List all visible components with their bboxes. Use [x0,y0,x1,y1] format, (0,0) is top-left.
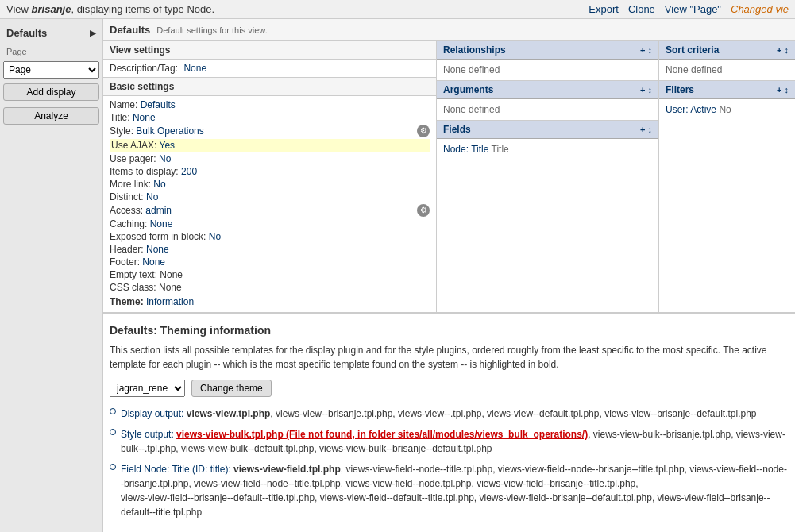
template-bullet-style [110,429,116,435]
access-row: Access: admin ⚙ [110,204,430,217]
pager-row: Use pager: No [110,153,430,164]
main-layout: Defaults ▶ Page Page Add display Analyze… [0,19,795,532]
fields-panel: Fields + ↕ Node: Title Title [437,120,658,160]
css-class-row: CSS class: None [110,282,430,293]
more-link-link[interactable]: No [153,179,165,190]
arguments-header: Arguments + ↕ [437,81,658,99]
title-link[interactable]: None [133,112,156,123]
exposed-form-link[interactable]: No [209,231,221,242]
filters-panel: Filters + ↕ User: Active No [659,80,795,120]
theme-link[interactable]: Information [146,296,194,307]
change-theme-button[interactable]: Change theme [191,380,272,397]
fields-body: Node: Title Title [437,139,658,160]
relationships-actions[interactable]: + ↕ [640,45,652,55]
breadcrumb-label: Defaults [110,24,150,36]
top-bar: View brisanje, displaying items of type … [0,0,795,19]
distinct-row: Distinct: No [110,191,430,202]
template-item-style: Style output: views-view-bulk.tpl.php (F… [110,427,789,456]
footer-link[interactable]: None [142,256,165,268]
description-tag-value[interactable]: None [183,63,206,74]
theming-section: Defaults: Theming information This secti… [103,313,795,532]
ajax-link[interactable]: Yes [159,140,175,151]
theming-title: Defaults: Theming information [110,324,789,337]
header-link[interactable]: None [146,244,169,255]
exposed-form-row: Exposed form in block: No [110,231,430,242]
breadcrumb: Defaults Default settings for this view. [103,19,795,41]
arguments-actions[interactable]: + ↕ [640,85,652,94]
empty-text-value: None [160,269,183,280]
style-label: Style: Bulk Operations [110,125,204,137]
style-output-files: views-view-bulk.tpl.php (File not found,… [121,429,785,454]
field-output-link[interactable]: Field Node: Title (ID: title): [121,464,231,475]
pager-link[interactable]: No [159,153,171,164]
title-row: Title: None [110,112,430,123]
sidebar-arrow-icon: ▶ [90,29,96,37]
caching-row: Caching: None [110,218,430,229]
theme-select[interactable]: jagran_rene [110,380,185,397]
items-link[interactable]: 200 [181,166,197,177]
theme-row: Theme: Information [110,296,430,307]
header-row: Header: None [110,244,430,255]
ajax-row: Use AJAX: Yes [110,139,430,152]
arguments-body: None defined [437,99,658,120]
more-link-row: More link: No [110,179,430,190]
footer-row: Footer: None [110,256,430,268]
template-list: Display output: views-view.tpl.php, view… [110,407,789,519]
filters-user-link[interactable]: User: Active [666,104,716,115]
sidebar-page-select[interactable]: Page [3,61,99,79]
middle-col: Relationships + ↕ None defined Arguments… [437,41,659,312]
distinct-link[interactable]: No [146,191,158,202]
settings-panels: View settings Description/Tag: None Basi… [103,41,795,313]
empty-text-row: Empty text: None [110,269,430,280]
description-tag-label: Description/Tag: [110,63,178,74]
name-link[interactable]: Defaults [141,99,176,110]
display-output-link[interactable]: Display output: [121,408,183,419]
template-item-display: Display output: views-view.tpl.php, view… [110,407,789,421]
sort-criteria-title: Sort criteria [666,44,719,56]
changed-status: Changed vie [731,3,789,15]
sidebar: Defaults ▶ Page Page Add display Analyze [0,19,103,532]
filters-header: Filters + ↕ [659,81,795,99]
css-class-value: None [159,282,182,293]
style-link[interactable]: Bulk Operations [136,125,203,137]
items-row: Items to display: 200 [110,166,430,177]
view-page-link[interactable]: View "Page" [665,3,721,15]
relationships-header: Relationships + ↕ [437,41,658,60]
fields-header: Fields + ↕ [437,121,658,139]
arguments-title: Arguments [443,84,493,95]
filters-actions[interactable]: + ↕ [777,85,789,94]
fields-node-link[interactable]: Node: Title [443,144,488,155]
filters-value: No [719,104,731,115]
caching-link[interactable]: None [150,218,173,229]
relationships-body: None defined [437,60,658,80]
export-link[interactable]: Export [589,3,619,15]
sort-criteria-actions[interactable]: + ↕ [777,45,789,55]
theme-label: Theme: [110,296,144,307]
style-gear-icon[interactable]: ⚙ [417,125,430,137]
access-link[interactable]: admin [145,205,172,216]
template-bullet-field [110,464,116,470]
left-settings-col: View settings Description/Tag: None Basi… [103,41,437,312]
description-tag-row: Description/Tag: None [103,60,436,78]
style-output-link[interactable]: Style output: [121,429,174,440]
relationships-title: Relationships [443,44,506,56]
access-gear-icon[interactable]: ⚙ [417,204,430,217]
page-title: View brisanje, displaying items of type … [6,3,589,15]
sidebar-analyze-container: Analyze [3,107,99,125]
fields-title: Fields [443,124,471,135]
access-label: Access: admin [110,205,172,216]
clone-link[interactable]: Clone [628,3,655,15]
sort-criteria-panel: Sort criteria + ↕ None defined [659,41,795,80]
add-display-button[interactable]: Add display [3,83,99,101]
style-row: Style: Bulk Operations ⚙ [110,125,430,137]
breadcrumb-desc: Default settings for this view. [156,25,267,35]
name-row: Name: Defaults [110,99,430,110]
fields-actions[interactable]: + ↕ [640,125,652,134]
template-bullet-display [110,408,116,414]
analyze-button[interactable]: Analyze [3,107,99,125]
filters-title: Filters [666,84,694,95]
view-name: brisanje [32,3,71,15]
basic-settings-rows: Name: Defaults Title: None Style: Bulk O… [103,96,436,312]
sort-criteria-header: Sort criteria + ↕ [659,41,795,60]
template-content-style: Style output: views-view-bulk.tpl.php (F… [121,427,789,456]
